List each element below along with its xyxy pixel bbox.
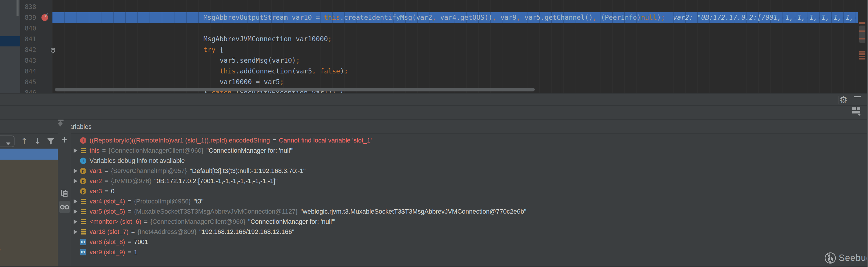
value-icon [81,209,86,214]
left-editor-stripe [0,0,20,94]
line-number: 840 [20,23,36,34]
line-number: 843 [20,55,36,66]
glasses-icon [59,201,70,213]
seebug-logo-icon [824,252,836,264]
variables-tree: ! ((RepositoryId)((RemoteInfo)var1 (slot… [71,134,868,267]
line-number: 846 [20,87,36,94]
primitive-icon: 01 [80,249,86,256]
stripe-mark[interactable] [859,30,865,32]
parameter-icon: p [80,178,86,184]
line-number: 839 [20,12,36,23]
debug-toolwindow-header: ⚙ [0,94,868,106]
frames-toolbar: ↑ ↓ [0,134,58,149]
frame-down-icon[interactable]: ↓ [34,134,41,149]
breakpoint-verified-check-icon: ✓ [44,11,49,19]
info-icon: i [80,158,86,164]
expand-arrow-icon[interactable] [71,169,80,173]
variable-row-var18[interactable]: var18 (slot_7)={Inet4Address@809}"192.16… [71,226,868,237]
variable-row-var1[interactable]: p var1={ServerChannelImpl@957}"Default[t… [71,166,868,176]
variable-row-var4[interactable]: var4 (slot_4)={ProtocolImpl@956}"t3" [71,196,868,206]
expand-arrow-icon[interactable] [71,209,80,214]
shield-icon [51,48,55,55]
expand-arrow-icon[interactable] [71,230,80,234]
value-icon [81,148,86,153]
stripe-mark[interactable] [859,58,865,59]
primitive-icon: 01 [80,239,86,245]
expand-arrow-icon[interactable] [71,199,80,204]
editor-gutter[interactable]: 838 839 840 841 842 843 844 845 846 ✓ [20,0,52,94]
error-icon: ! [80,137,86,144]
value-icon [81,199,86,204]
line-number: 845 [20,77,36,87]
add-watch-icon[interactable]: + [58,135,71,145]
frames-panel: ↑ ↓ ) [0,134,58,267]
variables-header-row: Variables [0,119,868,134]
frame-up-icon[interactable]: ↑ [21,134,28,149]
code-line-843[interactable]: var5.sendMsg(var10); [220,55,300,66]
code-line-839[interactable]: MsgAbbrevOutputStream var10 = this.creat… [204,12,868,23]
expand-arrow-icon[interactable] [71,148,80,153]
expand-arrow-icon[interactable] [71,179,80,183]
variable-row-var3[interactable]: p var3=0 [71,186,868,196]
stripe-mark[interactable] [859,22,865,24]
variable-row-var2[interactable]: p var2={JVMID@976}"0B:172.17.0.2:[7001,-… [71,176,868,186]
stripe-mark[interactable] [859,51,865,53]
line-number: 841 [20,34,36,45]
variable-row-info[interactable]: i Variables debug info not available [71,156,868,166]
parameter-icon: p [80,188,86,194]
variable-row-var8[interactable]: 01 var8 (slot_8)=7001 [71,237,868,247]
variable-row-var5[interactable]: var5 (slot_5)={MuxableSocketT3$T3MsgAbbr… [71,206,868,216]
variable-row-monitor[interactable]: <monitor> (slot_6)={ConnectionManagerCli… [71,216,868,226]
expand-arrow-icon[interactable] [71,219,80,224]
variable-row-error[interactable]: ! ((RepositoryId)((RemoteInfo)var1 (slot… [71,135,868,145]
stripe-mark[interactable] [859,38,865,39]
value-icon [81,219,86,224]
minimize-icon[interactable] [854,96,861,97]
line-number: 842 [20,45,36,55]
line-number: 838 [20,1,36,12]
error-stripe [858,0,868,94]
variable-row-var9[interactable]: 01 var9 (slot_9)=1 [71,247,868,257]
debug-tabs-row [0,106,868,119]
code-line-845[interactable]: var10000 = var5; [220,77,284,87]
variable-row-this[interactable]: this={ConnectionManagerClient@960}"Conne… [71,145,868,156]
gear-icon[interactable]: ⚙ [839,94,848,106]
show-watches-toggle[interactable] [59,201,70,213]
thread-dropdown[interactable] [0,136,14,147]
code-line-841[interactable]: MsgAbbrevJVMConnection var10000; [204,34,332,45]
stripe-scrollbar[interactable] [17,0,19,16]
stripe-mark[interactable] [859,56,865,57]
parameter-icon: p [80,168,86,174]
inline-debugger-hint: var2: "0B:172.17.0.2:[7001,-1,-1,-1,-1,-… [673,14,868,21]
filter-icon[interactable] [47,138,55,146]
seebug-watermark: Seebug [824,252,868,264]
vertical-scrollbar-thumb[interactable] [859,26,865,43]
stripe-mark[interactable] [859,53,865,55]
code-editor[interactable]: MsgAbbrevOutputStream var10 = this.creat… [0,0,868,94]
debugger-window: MsgAbbrevOutputStream var10 = this.creat… [0,0,868,267]
chevron-down-icon [6,142,10,145]
watches-toolbar: + [58,119,71,267]
stripe-selection-block [0,36,20,47]
move-up-icon[interactable] [58,121,63,124]
code-line-844[interactable]: this.addConnection(var5, false); [220,66,348,77]
layout-settings-icon[interactable] [852,107,861,115]
clipped-frame-text: ) [0,245,1,255]
value-icon [81,229,86,235]
toolbar-separator [838,96,839,104]
horizontal-scrollbar[interactable] [55,88,535,91]
code-line-842[interactable]: try { [204,45,223,55]
selected-frame-row[interactable] [0,149,58,160]
watermark-brand: Seebug [839,253,868,263]
move-down-icon[interactable] [58,124,63,127]
line-number: 844 [20,66,36,77]
